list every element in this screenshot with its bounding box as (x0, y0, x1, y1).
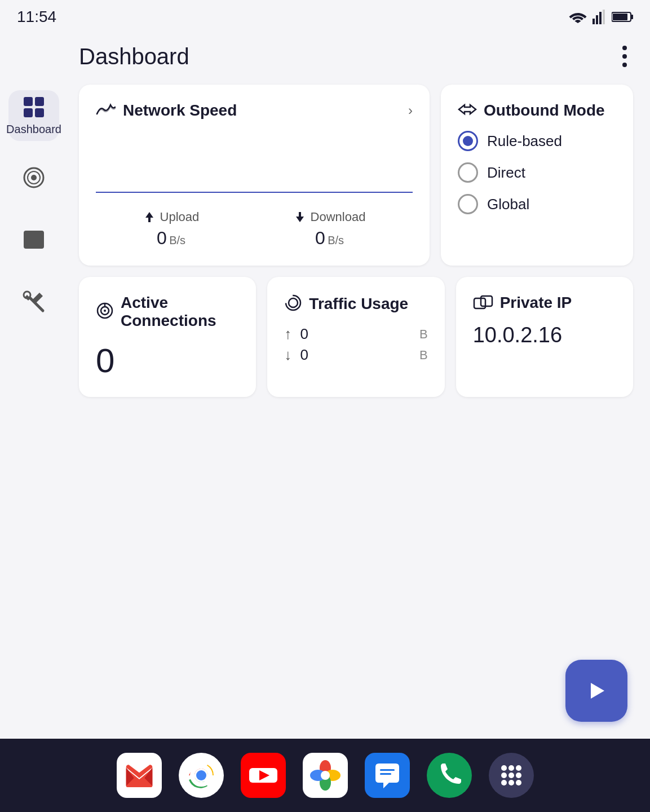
sidebar-item-dashboard[interactable]: Dashboard (8, 90, 59, 141)
traffic-download-row: ↓ 0 B (284, 346, 427, 364)
more-menu-button[interactable] (616, 39, 633, 73)
svg-point-27 (289, 298, 298, 307)
network-speed-header: Network Speed › (96, 102, 413, 120)
traffic-upload-unit: B (419, 327, 428, 342)
proxy-icon (23, 166, 45, 189)
radio-direct[interactable] (458, 162, 478, 183)
svg-marker-30 (591, 683, 604, 699)
upload-label: Upload (160, 210, 200, 224)
svg-rect-29 (481, 296, 492, 306)
traffic-stats: ↑ 0 B ↓ 0 B (284, 325, 427, 364)
traffic-usage-card: Traffic Usage ↑ 0 B ↓ 0 (267, 277, 444, 397)
download-label: Download (311, 210, 366, 224)
messages-icon (368, 756, 407, 795)
sidebar-item-proxy[interactable] (8, 152, 59, 203)
download-header: Download (294, 210, 366, 224)
svg-rect-2 (599, 12, 602, 24)
sidebar: Dashboard (0, 79, 68, 739)
dock-phone[interactable] (427, 753, 472, 798)
label-rule-based: Rule-based (487, 133, 562, 150)
outbound-options: Rule-based Direct Global (458, 131, 616, 214)
outbound-title: Outbound Mode (484, 102, 616, 120)
download-icon (294, 211, 306, 223)
bottom-dock (0, 739, 650, 812)
svg-point-53 (516, 765, 521, 771)
status-icons (569, 10, 633, 24)
option-direct[interactable]: Direct (458, 162, 616, 183)
option-rule-based[interactable]: Rule-based (458, 131, 616, 151)
network-speed-icon (96, 102, 116, 120)
svg-rect-48 (380, 773, 391, 775)
svg-rect-28 (474, 298, 485, 308)
dock-messages[interactable] (365, 753, 410, 798)
play-icon (585, 679, 608, 702)
upload-icon (143, 211, 156, 223)
outbound-header: Outbound Mode (458, 102, 616, 120)
svg-rect-5 (631, 15, 633, 19)
upload-value-row: 0 B/s (157, 228, 185, 249)
rules-icon (23, 228, 45, 251)
svg-point-9 (622, 63, 627, 67)
svg-point-56 (516, 773, 521, 778)
svg-rect-0 (592, 19, 595, 24)
svg-rect-1 (596, 15, 598, 24)
active-connections-card: Active Connections 0 (79, 277, 256, 397)
traffic-download-left: ↓ 0 (284, 346, 308, 364)
dock-gmail[interactable] (117, 753, 162, 798)
download-unit: B/s (328, 234, 344, 246)
upload-arrow: ↑ (284, 325, 291, 342)
svg-rect-11 (35, 97, 44, 106)
dock-photos[interactable] (303, 753, 348, 798)
fab-button[interactable] (565, 660, 627, 722)
cards-bottom-row: Active Connections 0 Traffic Usage (79, 277, 633, 397)
traffic-upload-value: 0 (300, 325, 308, 342)
app-header: Dashboard (0, 34, 650, 79)
content-area: Network Speed › Upload (68, 79, 650, 739)
svg-point-58 (508, 780, 514, 785)
wifi-icon (569, 11, 587, 23)
svg-point-51 (501, 765, 507, 771)
option-global[interactable]: Global (458, 194, 616, 214)
svg-point-35 (196, 770, 206, 780)
active-connections-header: Active Connections (96, 294, 239, 330)
svg-point-24 (104, 310, 106, 312)
sidebar-dashboard-label: Dashboard (6, 123, 61, 136)
download-stat: Download 0 B/s (294, 210, 366, 249)
radio-rule-based[interactable] (458, 131, 478, 151)
status-bar: 11:54 (0, 0, 650, 34)
svg-point-52 (508, 765, 514, 771)
private-ip-card: Private IP 10.0.2.16 (456, 277, 633, 397)
svg-point-15 (31, 175, 37, 180)
sidebar-item-rules[interactable] (8, 214, 59, 265)
svg-rect-3 (603, 10, 605, 24)
network-speed-card: Network Speed › Upload (79, 85, 430, 266)
svg-point-45 (321, 771, 330, 780)
dashboard-icon (23, 96, 45, 118)
tools-icon (23, 290, 45, 313)
radio-global[interactable] (458, 194, 478, 214)
dock-app-drawer[interactable] (489, 753, 534, 798)
phone-icon (430, 756, 469, 795)
dock-chrome[interactable] (179, 753, 224, 798)
svg-point-57 (501, 780, 507, 785)
svg-point-54 (501, 773, 507, 778)
upload-stat: Upload 0 B/s (143, 210, 200, 249)
private-ip-icon (473, 294, 493, 312)
main-layout: Dashboard (0, 79, 650, 739)
svg-point-55 (508, 773, 514, 778)
svg-marker-21 (296, 212, 304, 222)
private-ip-value: 10.0.2.16 (473, 323, 616, 347)
dock-youtube[interactable] (241, 753, 286, 798)
gmail-icon (120, 756, 159, 795)
battery-icon (612, 11, 633, 23)
sidebar-item-tools[interactable] (8, 276, 59, 327)
svg-rect-13 (35, 108, 44, 117)
svg-point-8 (622, 54, 627, 59)
svg-marker-20 (145, 212, 153, 222)
upload-value: 0 (157, 228, 167, 248)
outbound-icon (458, 102, 477, 120)
svg-point-59 (516, 780, 521, 785)
svg-rect-12 (24, 108, 33, 117)
traffic-upload-row: ↑ 0 B (284, 325, 427, 343)
network-speed-arrow[interactable]: › (408, 103, 413, 118)
